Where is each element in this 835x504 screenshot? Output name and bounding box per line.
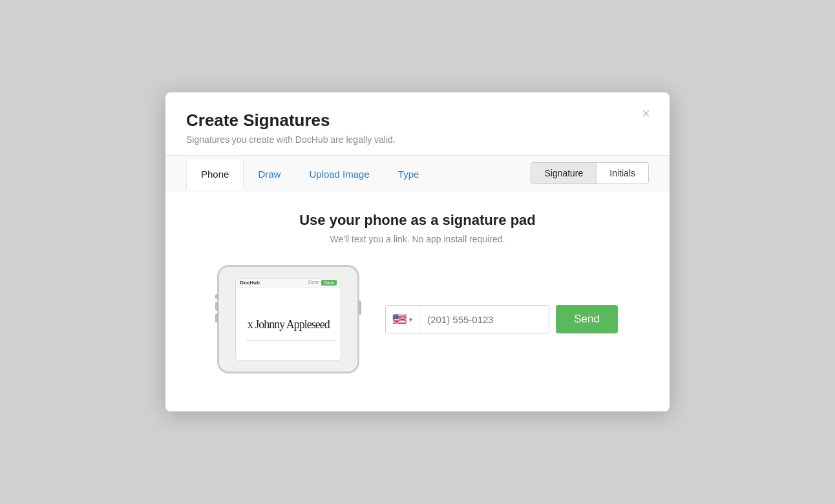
phone-app-label: DocHub — [240, 280, 260, 286]
phone-side-btn2 — [215, 302, 218, 311]
modal-header: Create Signatures Signatures you create … — [165, 92, 670, 156]
send-button[interactable]: Send — [556, 305, 618, 333]
phone-side-btn1 — [215, 294, 218, 299]
phone-content: DocHub Clear Save x Johnny Appleseed — [186, 265, 649, 373]
phone-input-row: 🇺🇸 ▾ Send — [385, 305, 618, 333]
phone-mockup: DocHub Clear Save x Johnny Appleseed — [217, 265, 359, 373]
modal-title: Create Signatures — [186, 110, 649, 131]
tabs-left: Phone Draw Upload Image Type — [186, 157, 433, 189]
modal-body: Use your phone as a signature pad We'll … — [165, 191, 670, 411]
phone-save-btn: Save — [321, 280, 337, 286]
phone-signature-line — [246, 340, 335, 341]
phone-screen: DocHub Clear Save x Johnny Appleseed — [235, 278, 341, 361]
phone-input-wrapper: 🇺🇸 ▾ — [385, 305, 549, 333]
tab-type[interactable]: Type — [384, 158, 434, 190]
signature-type-button[interactable]: Signature — [531, 163, 597, 184]
phone-right-btn — [359, 300, 361, 315]
chevron-down-icon: ▾ — [409, 316, 412, 323]
modal-subtitle: Signatures you create with DocHub are le… — [186, 134, 649, 145]
phone-number-input[interactable] — [419, 306, 549, 333]
phone-side-btn3 — [215, 313, 218, 322]
phone-signature-area: x Johnny Appleseed — [236, 288, 341, 352]
tab-phone[interactable]: Phone — [186, 158, 244, 190]
close-button[interactable]: × — [637, 104, 655, 123]
tabs-row: Phone Draw Upload Image Type Signature I… — [165, 156, 670, 191]
flag-emoji: 🇺🇸 — [392, 312, 407, 326]
tabs-right: Signature Initials — [531, 162, 649, 184]
create-signatures-modal: Create Signatures Signatures you create … — [165, 92, 670, 412]
phone-screen-buttons: Clear Save — [308, 280, 337, 286]
initials-type-button[interactable]: Initials — [597, 163, 648, 184]
tab-upload-image[interactable]: Upload Image — [295, 158, 383, 190]
phone-clear-btn: Clear — [308, 280, 319, 286]
phone-signature-text: x Johnny Appleseed — [248, 318, 330, 331]
country-flag-button[interactable]: 🇺🇸 ▾ — [386, 306, 419, 333]
phone-tab-subtitle: We'll text you a link. No app install re… — [186, 234, 649, 244]
tab-draw[interactable]: Draw — [244, 158, 295, 190]
phone-tab-title: Use your phone as a signature pad — [186, 212, 649, 229]
footer-divider — [165, 411, 670, 412]
phone-screen-header: DocHub Clear Save — [236, 278, 341, 288]
